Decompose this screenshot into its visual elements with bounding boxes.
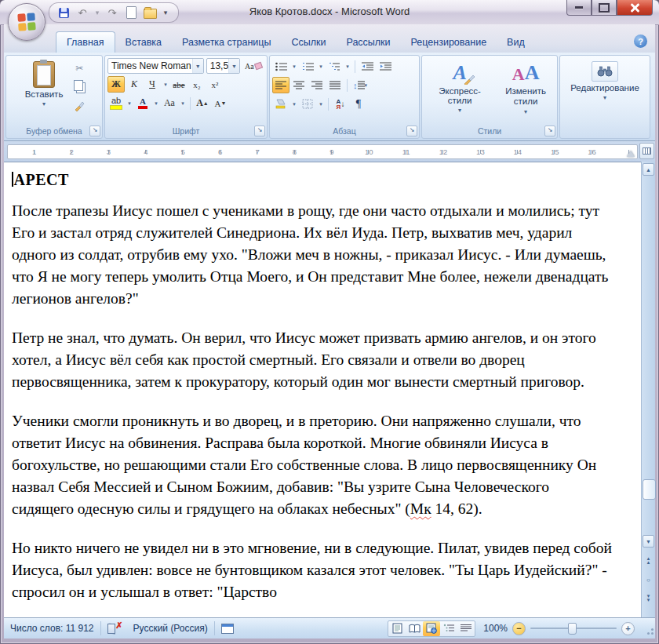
- next-page-button[interactable]: ▼▼: [643, 593, 654, 604]
- previous-page-button[interactable]: ▲▲: [643, 555, 654, 566]
- cut-button[interactable]: ✂: [71, 60, 88, 76]
- borders-icon: [302, 99, 313, 109]
- underline-dropdown[interactable]: ▾: [162, 76, 169, 93]
- draft-icon: [461, 624, 471, 633]
- paragraph: Ученики смогли проникнуть и во дворец, и…: [12, 410, 613, 520]
- numbering-button[interactable]: [299, 58, 316, 75]
- print-layout-view-button[interactable]: [388, 621, 406, 636]
- highlight-button[interactable]: ab: [107, 95, 125, 111]
- maximize-button[interactable]: [592, 0, 617, 16]
- show-paragraph-marks-button[interactable]: ¶: [350, 96, 367, 112]
- paste-button[interactable]: Вставить ▾: [20, 58, 68, 126]
- sort-button[interactable]: АЯ ↓: [332, 96, 349, 112]
- line-spacing-button[interactable]: ↕ ▾: [351, 77, 370, 93]
- justify-button[interactable]: [326, 77, 344, 93]
- font-dialog-launcher[interactable]: ↘: [254, 126, 265, 136]
- draft-view-button[interactable]: [457, 621, 475, 636]
- change-case-dropdown[interactable]: ▾: [179, 95, 187, 111]
- tab-home[interactable]: Главная: [56, 31, 115, 53]
- clear-formatting-button[interactable]: Аа: [242, 59, 264, 74]
- styles-dialog-launcher[interactable]: ↘: [544, 126, 555, 136]
- bullets-dropdown[interactable]: ▾: [290, 58, 298, 75]
- shading-button[interactable]: [272, 96, 289, 112]
- change-styles-button[interactable]: АА Изменить стили ▾: [497, 58, 555, 126]
- shrink-font-button[interactable]: А▼: [212, 95, 229, 111]
- format-painter-button[interactable]: [71, 97, 88, 114]
- document-area[interactable]: АРЕСТ После трапезы Иисус пошел с ученик…: [4, 162, 655, 618]
- select-browse-object-button[interactable]: ○: [643, 574, 654, 585]
- copy-button[interactable]: [71, 78, 88, 95]
- bullets-button[interactable]: [272, 58, 289, 75]
- chevron-down-icon: ▾: [42, 100, 46, 107]
- close-button[interactable]: [617, 0, 653, 16]
- numbering-dropdown[interactable]: ▾: [317, 58, 325, 75]
- resize-grip[interactable]: [644, 627, 654, 636]
- underline-button[interactable]: Ч: [144, 76, 161, 93]
- quick-styles-icon: А: [453, 61, 466, 85]
- editing-menu-button[interactable]: Редактирование ▾: [566, 58, 644, 126]
- decrease-indent-button[interactable]: [359, 58, 376, 75]
- horizontal-ruler[interactable]: 12345678910111213141516: [7, 144, 638, 159]
- italic-button[interactable]: К: [126, 76, 143, 93]
- zoom-slider-thumb[interactable]: [568, 623, 577, 635]
- font-size-combo[interactable]: 13,5 ▼: [206, 58, 240, 74]
- outline-view-button[interactable]: [440, 621, 457, 636]
- paragraph-dialog-launcher[interactable]: ↘: [406, 126, 417, 136]
- zoom-in-button[interactable]: +: [621, 622, 635, 635]
- align-left-button[interactable]: [272, 77, 289, 93]
- zoom-out-button[interactable]: −: [512, 622, 526, 635]
- tab-review[interactable]: Рецензирование: [401, 32, 497, 53]
- scrollbar-thumb[interactable]: [643, 479, 656, 500]
- font-color-button[interactable]: А: [134, 95, 151, 111]
- tab-view[interactable]: Вид: [497, 32, 535, 53]
- ruler-number: 11: [388, 145, 424, 158]
- superscript-button[interactable]: x²: [206, 76, 224, 93]
- borders-dropdown[interactable]: ▾: [317, 96, 325, 112]
- minimize-button[interactable]: [566, 0, 592, 16]
- borders-button[interactable]: [299, 96, 316, 112]
- font-name-combo[interactable]: Times New Roman ▼: [107, 58, 204, 74]
- quick-styles-button[interactable]: А Экспресс-стили ▾: [424, 58, 495, 126]
- office-button[interactable]: [8, 3, 46, 41]
- align-right-button[interactable]: [308, 77, 326, 93]
- multilevel-list-button[interactable]: [326, 58, 343, 75]
- tab-insert[interactable]: Вставка: [115, 32, 172, 53]
- ribbon-tab-row: Главная Вставка Разметка страницы Ссылки…: [4, 24, 655, 53]
- font-color-dropdown[interactable]: ▾: [152, 95, 160, 111]
- change-case-button[interactable]: Аа: [161, 95, 178, 111]
- bold-button[interactable]: Ж: [107, 76, 125, 93]
- subscript-button[interactable]: x₂: [188, 76, 206, 93]
- clipboard-dialog-launcher[interactable]: ↘: [89, 126, 100, 136]
- scroll-up-button[interactable]: ▲: [643, 163, 654, 176]
- zoom-slider[interactable]: [530, 628, 617, 629]
- right-indent-marker[interactable]: [627, 151, 635, 157]
- justify-icon: [330, 81, 340, 89]
- ruler-number: 12: [424, 145, 461, 158]
- ruler-toggle-button[interactable]: [639, 143, 654, 159]
- fullscreen-reading-view-button[interactable]: [406, 621, 423, 636]
- strikethrough-button[interactable]: abe: [170, 76, 188, 93]
- multilevel-dropdown[interactable]: ▾: [344, 58, 351, 75]
- shading-dropdown[interactable]: ▾: [290, 96, 298, 112]
- chevron-down-icon: ▾: [603, 94, 606, 101]
- tab-mailings[interactable]: Рассылки: [336, 32, 400, 53]
- zoom-controls: 100% − +: [475, 622, 643, 635]
- web-layout-view-button[interactable]: [423, 621, 440, 636]
- proofing-status[interactable]: ✗: [101, 624, 127, 633]
- tab-references[interactable]: Ссылки: [281, 32, 336, 53]
- ruler-number: 3: [90, 145, 127, 158]
- help-button[interactable]: ?: [634, 35, 647, 48]
- vertical-scrollbar[interactable]: ▲ ▼ ▲▲ ○ ▼▼: [641, 162, 655, 618]
- scroll-down-button[interactable]: ▼: [643, 535, 654, 548]
- word-count[interactable]: Число слов: 11 912: [4, 623, 100, 634]
- increase-indent-button[interactable]: [377, 58, 394, 75]
- font-name-value: Times New Roman: [111, 60, 191, 71]
- language-indicator[interactable]: Русский (Россия): [127, 623, 214, 634]
- highlight-dropdown[interactable]: ▾: [126, 95, 133, 111]
- grow-font-button[interactable]: А▲: [194, 95, 211, 111]
- align-center-button[interactable]: [290, 77, 308, 93]
- zoom-level[interactable]: 100%: [483, 623, 508, 634]
- tab-page-layout[interactable]: Разметка страницы: [172, 32, 281, 53]
- macro-record-button[interactable]: [215, 624, 240, 634]
- increase-indent-icon: [380, 62, 391, 71]
